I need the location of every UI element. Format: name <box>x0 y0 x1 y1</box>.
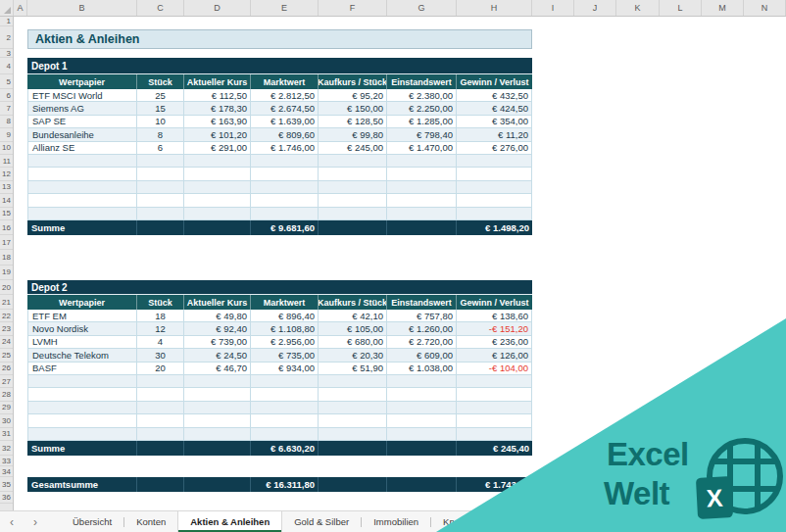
cell[interactable]: € 11,20 <box>457 128 532 141</box>
row-header-12[interactable]: 12 <box>0 168 13 180</box>
cell[interactable] <box>457 208 532 220</box>
cell[interactable]: € 2.956,00 <box>251 336 319 349</box>
cell[interactable] <box>137 194 184 207</box>
cell[interactable]: € 138,60 <box>457 310 532 322</box>
row-header-24[interactable]: 24 <box>0 336 13 349</box>
cell[interactable] <box>184 375 251 388</box>
cell[interactable] <box>387 414 457 427</box>
cell[interactable] <box>251 168 319 180</box>
cell[interactable]: € 757,80 <box>387 310 457 322</box>
row-header-14[interactable]: 14 <box>0 194 13 207</box>
cell[interactable] <box>184 155 251 168</box>
cell[interactable]: 20 <box>137 363 184 375</box>
cell[interactable] <box>457 181 532 194</box>
column-header-F[interactable]: F <box>319 0 387 16</box>
row-header-1[interactable]: 1 <box>0 17 13 26</box>
summe-cell[interactable] <box>319 441 387 456</box>
column-header-C[interactable]: C <box>137 0 184 16</box>
cell[interactable]: Bundesanleihe <box>27 128 137 141</box>
cell[interactable] <box>27 428 137 441</box>
row-header-29[interactable]: 29 <box>0 402 13 414</box>
cell[interactable] <box>387 194 457 207</box>
summe-cell[interactable] <box>387 220 457 235</box>
summe-cell[interactable]: € 1.498,20 <box>457 220 532 235</box>
cell[interactable]: € 291,00 <box>184 142 251 155</box>
row-header-28[interactable]: 28 <box>0 388 13 401</box>
cell[interactable]: € 2.380,00 <box>387 89 457 102</box>
cell[interactable] <box>27 208 137 220</box>
cell[interactable] <box>387 428 457 441</box>
cell[interactable] <box>319 168 387 180</box>
gesamtsumme-cell[interactable]: € 16.311,80 <box>251 477 319 492</box>
cell[interactable]: -€ 104,00 <box>457 363 532 375</box>
depot-title-bar[interactable]: Depot 2 <box>27 280 532 295</box>
cell[interactable]: € 150,00 <box>319 102 387 115</box>
cell[interactable]: 6 <box>137 142 184 155</box>
cell[interactable] <box>387 208 457 220</box>
sheet-tab-immobilien[interactable]: Immobilien <box>362 511 430 532</box>
cell[interactable] <box>137 402 184 414</box>
sheet-tab--bersicht[interactable]: Übersicht <box>61 511 123 532</box>
summe-cell[interactable]: € 6.630,20 <box>251 441 319 456</box>
cell[interactable] <box>457 194 532 207</box>
row-header-33[interactable]: 33 <box>0 456 13 466</box>
column-header-H[interactable]: H <box>457 0 532 16</box>
table-column-header[interactable]: Stück <box>137 74 184 89</box>
table-column-header[interactable]: Kaufkurs / Stück <box>319 74 387 89</box>
cell[interactable]: Novo Nordisk <box>27 322 137 335</box>
cell[interactable]: 10 <box>137 116 184 128</box>
cell[interactable]: € 51,90 <box>319 363 387 375</box>
cell[interactable] <box>319 414 387 427</box>
column-header-M[interactable]: M <box>702 0 744 16</box>
summe-cell[interactable]: € 245,40 <box>457 441 532 456</box>
cell[interactable]: € 2.250,00 <box>387 102 457 115</box>
cell[interactable]: € 245,00 <box>319 142 387 155</box>
row-header-30[interactable]: 30 <box>0 414 13 427</box>
cell[interactable] <box>251 155 319 168</box>
cell[interactable] <box>137 168 184 180</box>
sheet-tab-konten[interactable]: Konten <box>124 511 177 532</box>
cell[interactable] <box>251 375 319 388</box>
gesamtsumme-cell[interactable] <box>387 477 457 492</box>
column-header-B[interactable]: B <box>27 0 137 16</box>
row-header-17[interactable]: 17 <box>0 235 13 250</box>
summe-cell[interactable]: € 9.681,60 <box>251 220 319 235</box>
cell[interactable]: 25 <box>137 89 184 102</box>
cell[interactable] <box>319 388 387 401</box>
cell[interactable] <box>184 428 251 441</box>
table-column-header[interactable]: Marktwert <box>251 74 319 89</box>
sheet-title-cell[interactable]: Aktien & Anleihen <box>27 29 532 49</box>
cell[interactable] <box>184 168 251 180</box>
table-column-header[interactable]: Gewinn / Verlust <box>457 74 532 89</box>
cell[interactable] <box>387 402 457 414</box>
cell[interactable] <box>387 168 457 180</box>
cell[interactable] <box>251 428 319 441</box>
table-column-header[interactable]: Stück <box>137 295 184 310</box>
row-header-5[interactable]: 5 <box>0 74 13 89</box>
cell[interactable]: € 896,40 <box>251 310 319 322</box>
table-column-header[interactable]: Einstandswert <box>387 295 457 310</box>
select-all-corner[interactable] <box>0 0 14 16</box>
cell[interactable]: € 1.260,00 <box>387 322 457 335</box>
column-header-I[interactable]: I <box>532 0 574 16</box>
cell[interactable]: Siemens AG <box>27 102 137 115</box>
cell[interactable]: € 798,40 <box>387 128 457 141</box>
cell[interactable]: € 1.639,00 <box>251 116 319 128</box>
cell[interactable] <box>27 388 137 401</box>
row-header-2[interactable]: 2 <box>0 26 13 49</box>
cell[interactable]: 18 <box>137 310 184 322</box>
row-header-15[interactable]: 15 <box>0 208 13 220</box>
column-header-N[interactable]: N <box>744 0 786 16</box>
cell[interactable] <box>251 388 319 401</box>
cell[interactable] <box>184 388 251 401</box>
row-header-20[interactable]: 20 <box>0 280 13 295</box>
row-header-22[interactable]: 22 <box>0 310 13 322</box>
cell[interactable] <box>319 402 387 414</box>
cell[interactable]: € 126,00 <box>457 349 532 362</box>
cell[interactable] <box>457 168 532 180</box>
column-header-G[interactable]: G <box>387 0 457 16</box>
row-header-10[interactable]: 10 <box>0 142 13 155</box>
cell[interactable]: € 49,80 <box>184 310 251 322</box>
column-header-K[interactable]: K <box>616 0 660 16</box>
cell[interactable] <box>457 428 532 441</box>
